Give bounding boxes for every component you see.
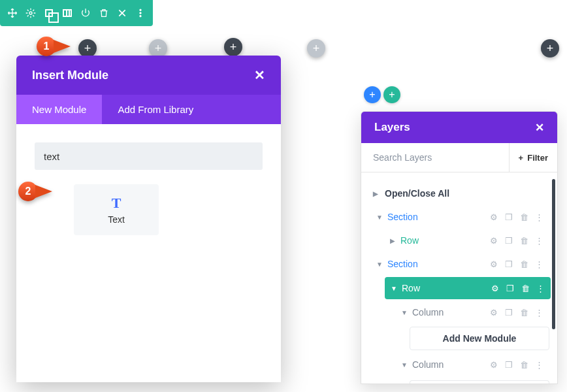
plus-icon: + — [519, 153, 524, 163]
duplicate-icon[interactable]: ❐ — [505, 212, 514, 222]
tab-add-from-library[interactable]: Add From Library — [102, 95, 209, 124]
insert-module-header: Insert Module ✕ — [16, 56, 281, 95]
more-icon[interactable]: ⋮ — [535, 212, 544, 222]
svg-point-0 — [29, 12, 32, 14]
trash-icon[interactable]: 🗑 — [520, 212, 529, 222]
module-search-input[interactable] — [35, 142, 263, 170]
layers-panel: Layers ✕ +Filter ▶ Open/Close All ▼ Sect… — [361, 111, 558, 384]
add-new-module-button[interactable]: Add New Module — [410, 327, 549, 350]
close-icon[interactable]: ✕ — [254, 67, 265, 83]
scrollbar[interactable] — [552, 179, 555, 329]
add-column-button[interactable]: + — [149, 39, 167, 57]
text-module-icon: T — [112, 195, 122, 212]
text-module-label: Text — [108, 214, 125, 225]
chevron-down-icon: ▼ — [376, 261, 383, 268]
section-toolbar — [0, 0, 153, 26]
chevron-down-icon: ▼ — [400, 309, 408, 316]
svg-point-3 — [140, 15, 142, 17]
add-column-button[interactable]: + — [78, 39, 97, 57]
filter-button[interactable]: +Filter — [509, 143, 557, 172]
trash-icon[interactable]: 🗑 — [520, 360, 529, 370]
move-icon[interactable] — [4, 5, 21, 22]
layers-quick-add: + + — [364, 86, 400, 103]
duplicate-icon[interactable]: ❐ — [505, 236, 514, 246]
trash-icon[interactable]: 🗑 — [520, 236, 529, 246]
duplicate-icon[interactable]: ❐ — [505, 259, 514, 269]
more-icon[interactable]: ⋮ — [536, 284, 545, 293]
power-icon[interactable] — [77, 5, 94, 22]
add-section-icon[interactable]: + — [364, 86, 381, 103]
chevron-right-icon: ▶ — [372, 190, 380, 197]
add-row-icon[interactable]: + — [383, 86, 400, 103]
module-item-text[interactable]: T Text — [74, 184, 159, 235]
gear-icon[interactable]: ⚙ — [491, 284, 500, 293]
svg-point-1 — [140, 9, 142, 11]
chevron-down-icon: ▼ — [376, 214, 383, 221]
gear-icon[interactable]: ⚙ — [490, 360, 499, 370]
layer-section[interactable]: ▼ Section ⚙❐🗑⋮ — [372, 205, 551, 229]
more-icon[interactable]: ⋮ — [535, 360, 544, 370]
more-icon[interactable]: ⋮ — [535, 259, 544, 269]
add-column-button[interactable]: + — [541, 39, 559, 57]
add-column-button[interactable]: + — [307, 39, 325, 57]
gear-icon[interactable]: ⚙ — [490, 236, 499, 246]
gear-icon[interactable]: ⚙ — [490, 308, 499, 318]
layers-title: Layers — [374, 121, 410, 134]
layer-row[interactable]: ▶ Row ⚙❐🗑⋮ — [385, 229, 551, 252]
add-column-button[interactable]: + — [224, 38, 242, 56]
gear-icon[interactable]: ⚙ — [490, 212, 499, 222]
columns-icon[interactable] — [59, 5, 76, 22]
layer-section[interactable]: ▼ Section ⚙❐🗑⋮ — [372, 252, 551, 276]
layer-row-active[interactable]: ▼ Row ⚙❐🗑⋮ — [385, 277, 551, 299]
gear-icon[interactable]: ⚙ — [490, 259, 499, 269]
open-close-all[interactable]: ▶ Open/Close All — [361, 182, 557, 205]
svg-point-2 — [140, 12, 142, 14]
trash-icon[interactable]: 🗑 — [520, 308, 529, 318]
trash-icon[interactable] — [95, 5, 112, 22]
chevron-down-icon: ▼ — [400, 361, 408, 368]
more-icon[interactable]: ⋮ — [535, 236, 544, 246]
layer-column[interactable]: ▼ Column ⚙❐🗑⋮ — [397, 353, 551, 376]
layers-header: Layers ✕ — [361, 112, 557, 143]
tab-new-module[interactable]: New Module — [16, 95, 102, 124]
duplicate-icon[interactable]: ❐ — [505, 360, 514, 370]
more-icon[interactable] — [132, 5, 149, 22]
layer-column[interactable]: ▼ Column ⚙❐🗑⋮ — [397, 301, 551, 324]
chevron-down-icon: ▼ — [390, 285, 398, 292]
duplicate-icon[interactable]: ❐ — [505, 308, 514, 318]
close-icon[interactable]: ✕ — [535, 121, 544, 135]
insert-module-title: Insert Module — [32, 69, 108, 82]
callout-marker-2: 2 — [18, 182, 52, 201]
duplicate-icon[interactable]: ❐ — [506, 284, 515, 293]
add-new-module-button[interactable] — [410, 380, 549, 384]
gear-icon[interactable] — [22, 5, 39, 22]
chevron-right-icon: ▶ — [389, 237, 397, 244]
insert-module-panel: Insert Module ✕ New Module Add From Libr… — [16, 56, 281, 382]
more-icon[interactable]: ⋮ — [535, 308, 544, 318]
close-icon[interactable] — [114, 5, 131, 22]
callout-marker-1: 1 — [37, 37, 71, 56]
duplicate-icon[interactable] — [40, 5, 57, 22]
insert-module-tabs: New Module Add From Library — [16, 95, 281, 124]
trash-icon[interactable]: 🗑 — [520, 259, 529, 269]
trash-icon[interactable]: 🗑 — [521, 284, 530, 293]
layers-search-input[interactable] — [361, 143, 509, 172]
